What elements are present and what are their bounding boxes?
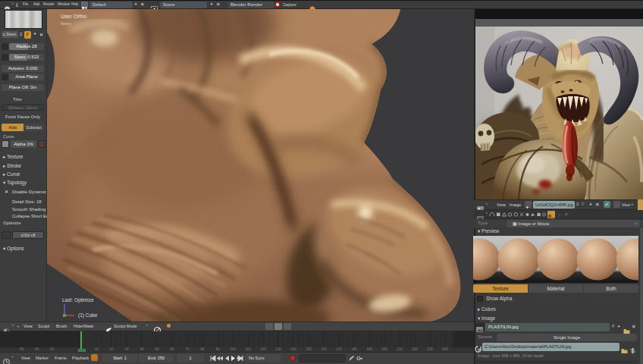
svg-text:60: 60 — [170, 347, 174, 351]
svg-text:190: 190 — [366, 347, 372, 351]
svg-text:10: 10 — [94, 347, 99, 351]
svg-text:150: 150 — [306, 347, 312, 351]
svg-text:170: 170 — [336, 347, 342, 351]
svg-text:90: 90 — [215, 347, 220, 351]
svg-text:-40: -40 — [34, 347, 39, 351]
svg-text:Last: Optimize: Last: Optimize — [62, 297, 94, 303]
svg-text:240: 240 — [442, 347, 448, 351]
svg-text:110: 110 — [245, 347, 251, 351]
svg-text:130: 130 — [275, 347, 281, 351]
svg-text:120: 120 — [260, 347, 266, 351]
svg-text:100: 100 — [230, 347, 236, 351]
svg-text:80: 80 — [200, 347, 205, 351]
svg-text:200: 200 — [381, 347, 387, 351]
svg-text:140: 140 — [290, 347, 296, 351]
svg-text:230: 230 — [427, 347, 433, 351]
svg-text:20: 20 — [109, 347, 114, 351]
svg-text:Meters: Meters — [61, 22, 72, 26]
svg-text:50: 50 — [155, 347, 159, 351]
svg-text:30: 30 — [124, 347, 129, 351]
svg-text:User Ortho: User Ortho — [61, 14, 86, 19]
svg-text:220: 220 — [412, 347, 418, 351]
svg-text:40: 40 — [140, 347, 144, 351]
svg-text:-20: -20 — [49, 347, 55, 351]
svg-text:160: 160 — [321, 347, 327, 351]
svg-text:70: 70 — [185, 347, 190, 351]
svg-text:210: 210 — [397, 347, 403, 351]
svg-text:180: 180 — [351, 347, 357, 351]
svg-text:-60: -60 — [19, 347, 24, 351]
svg-text:(1) Cube: (1) Cube — [78, 312, 98, 318]
